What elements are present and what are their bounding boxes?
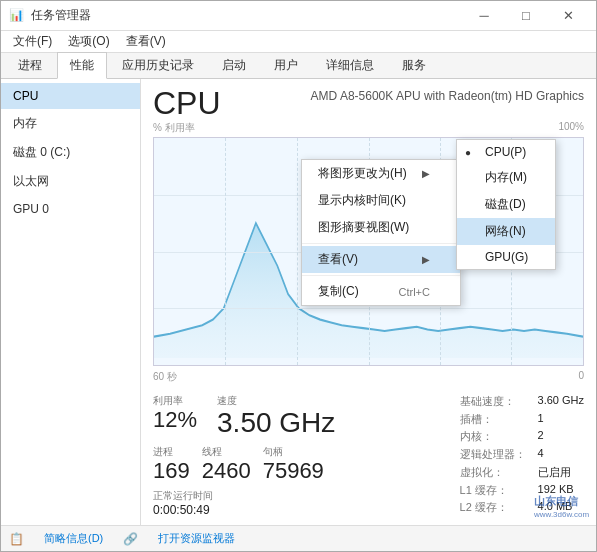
time-label: 60 秒 [153, 370, 177, 384]
processes-stat: 进程 169 [153, 445, 190, 483]
maximize-button[interactable]: □ [506, 2, 546, 30]
ctx-change-graph[interactable]: 将图形更改为(H) ▶ [302, 160, 460, 187]
summary-link[interactable]: 简略信息(D) [44, 531, 103, 546]
speed-value: 3.50 GHz [217, 408, 335, 439]
window-title: 任务管理器 [31, 7, 91, 24]
arrow-icon-2: ▶ [422, 254, 430, 265]
ctx-view[interactable]: 查看(V) ▶ [302, 246, 460, 273]
title-bar-left: 📊 任务管理器 [9, 7, 91, 24]
menu-file[interactable]: 文件(F) [5, 31, 60, 52]
sidebar: CPU 内存 磁盘 0 (C:) 以太网 GPU 0 [1, 79, 141, 525]
svg-text:www.3d6w.com: www.3d6w.com [534, 510, 589, 519]
summary-icon: 📋 [9, 532, 24, 546]
context-menu: 将图形更改为(H) ▶ 显示内核时间(K) 图形摘要视图(W) 查看(V) ▶ … [301, 159, 461, 306]
details-key: 基础速度： [460, 394, 526, 411]
threads-value: 2460 [202, 459, 251, 483]
y-axis-label: % 利用率 [153, 121, 195, 135]
watermark-logo: 山东电信 www.3d6w.com [534, 491, 594, 521]
details-key: 虚拟化： [460, 465, 526, 482]
ctx-kernel-time[interactable]: 显示内核时间(K) [302, 187, 460, 214]
handles-label: 句柄 [263, 445, 324, 459]
processes-label: 进程 [153, 445, 190, 459]
sidebar-item-ethernet[interactable]: 以太网 [1, 167, 140, 196]
title-bar: 📊 任务管理器 ─ □ ✕ [1, 1, 596, 31]
sidebar-item-memory[interactable]: 内存 [1, 109, 140, 138]
details-value: 1 [538, 412, 584, 429]
arrow-icon: ▶ [422, 168, 430, 179]
details-value: 2 [538, 429, 584, 446]
app-icon: 📊 [9, 8, 25, 24]
handles-stat: 句柄 75969 [263, 445, 324, 483]
svg-text:山东电信: 山东电信 [534, 495, 579, 507]
menu-view[interactable]: 查看(V) [118, 31, 174, 52]
cpu-subtitle: AMD A8-5600K APU with Radeon(tm) HD Grap… [311, 89, 584, 103]
ctx-summary-view[interactable]: 图形摘要视图(W) [302, 214, 460, 241]
details-value: 4 [538, 447, 584, 464]
submenu-memory[interactable]: 内存(M) [457, 164, 555, 191]
details-key: 逻辑处理器： [460, 447, 526, 464]
tab-services[interactable]: 服务 [389, 52, 439, 78]
close-button[interactable]: ✕ [548, 2, 588, 30]
details-value: 3.60 GHz [538, 394, 584, 411]
submenu-network[interactable]: 网络(N) [457, 218, 555, 245]
open-monitor-link[interactable]: 打开资源监视器 [158, 531, 235, 546]
grid-v2 [297, 138, 298, 365]
main-panel: CPU AMD A8-5600K APU with Radeon(tm) HD … [141, 79, 596, 525]
runtime-label: 正常运行时间 [153, 489, 335, 503]
threads-stat: 线程 2460 [202, 445, 251, 483]
tab-app-history[interactable]: 应用历史记录 [109, 52, 207, 78]
open-monitor-icon: 🔗 [123, 532, 138, 546]
details-value: 已启用 [538, 465, 584, 482]
content-area: CPU 内存 磁盘 0 (C:) 以太网 GPU 0 CPU AMD A8-56… [1, 79, 596, 525]
tab-performance[interactable]: 性能 [57, 52, 107, 79]
ctx-copy[interactable]: 复制(C) Ctrl+C [302, 278, 460, 305]
ctx-divider-2 [302, 275, 460, 276]
submenu: ● CPU(P) 内存(M) 磁盘(D) 网络(N) GPU(G) [456, 139, 556, 270]
dot-icon: ● [465, 147, 471, 158]
y-axis-max: 100% [558, 121, 584, 135]
sidebar-item-cpu[interactable]: CPU [1, 83, 140, 109]
details-key: 内核： [460, 429, 526, 446]
grid-v1 [225, 138, 226, 365]
utilization-stat: 利用率 12% [153, 394, 197, 439]
window: 📊 任务管理器 ─ □ ✕ 文件(F) 选项(O) 查看(V) 进程 性能 应用… [0, 0, 597, 552]
speed-stat: 速度 3.50 GHz [217, 394, 335, 439]
submenu-disk[interactable]: 磁盘(D) [457, 191, 555, 218]
handles-value: 75969 [263, 459, 324, 483]
utilization-label: 利用率 [153, 394, 197, 408]
tab-bar: 进程 性能 应用历史记录 启动 用户 详细信息 服务 [1, 53, 596, 79]
tab-details[interactable]: 详细信息 [313, 52, 387, 78]
details-key: L1 缓存： [460, 483, 526, 500]
threads-label: 线程 [202, 445, 251, 459]
tab-startup[interactable]: 启动 [209, 52, 259, 78]
details-key: 插槽： [460, 412, 526, 429]
minimize-button[interactable]: ─ [464, 2, 504, 30]
processes-value: 169 [153, 459, 190, 483]
cpu-title: CPU [153, 87, 221, 119]
details-key: L2 缓存： [460, 500, 526, 517]
ctx-divider-1 [302, 243, 460, 244]
sidebar-item-disk[interactable]: 磁盘 0 (C:) [1, 138, 140, 167]
watermark: 山东电信 www.3d6w.com [534, 491, 594, 523]
watermark-line1: 山东电信 www.3d6w.com [534, 491, 594, 523]
tab-users[interactable]: 用户 [261, 52, 311, 78]
stats-row: 利用率 12% 速度 3.50 GHz 进程 169 [153, 394, 584, 517]
utilization-value: 12% [153, 408, 197, 432]
tab-processes[interactable]: 进程 [5, 52, 55, 78]
bottom-bar: 📋 简略信息(D) 🔗 打开资源监视器 [1, 525, 596, 551]
sidebar-item-gpu[interactable]: GPU 0 [1, 196, 140, 222]
title-controls: ─ □ ✕ [464, 2, 588, 30]
runtime-value: 0:00:50:49 [153, 503, 335, 517]
menu-options[interactable]: 选项(O) [60, 31, 117, 52]
submenu-cpu[interactable]: ● CPU(P) [457, 140, 555, 164]
menu-bar: 文件(F) 选项(O) 查看(V) [1, 31, 596, 53]
submenu-gpu[interactable]: GPU(G) [457, 245, 555, 269]
speed-label: 速度 [217, 394, 335, 408]
y-axis-min: 0 [578, 370, 584, 384]
